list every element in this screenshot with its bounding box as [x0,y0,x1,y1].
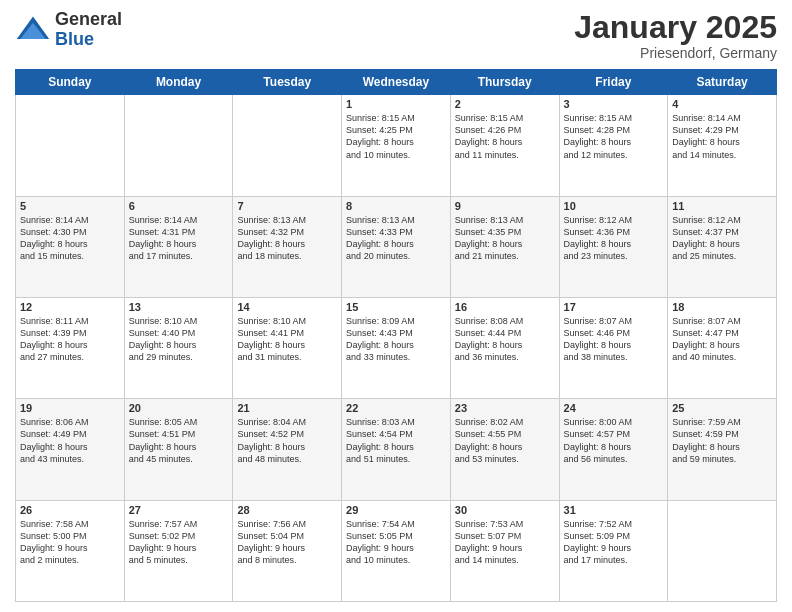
cell-content: Sunrise: 8:10 AM Sunset: 4:41 PM Dayligh… [237,315,337,364]
calendar-cell: 17Sunrise: 8:07 AM Sunset: 4:46 PM Dayli… [559,297,668,398]
day-number: 31 [564,504,664,516]
weekday-header-saturday: Saturday [668,70,777,95]
cell-content: Sunrise: 8:04 AM Sunset: 4:52 PM Dayligh… [237,416,337,465]
weekday-header-tuesday: Tuesday [233,70,342,95]
calendar-cell: 25Sunrise: 7:59 AM Sunset: 4:59 PM Dayli… [668,399,777,500]
logo-general: General [55,10,122,30]
cell-content: Sunrise: 7:58 AM Sunset: 5:00 PM Dayligh… [20,518,120,567]
day-number: 20 [129,402,229,414]
cell-content: Sunrise: 8:15 AM Sunset: 4:25 PM Dayligh… [346,112,446,161]
cell-content: Sunrise: 8:13 AM Sunset: 4:35 PM Dayligh… [455,214,555,263]
cell-content: Sunrise: 8:13 AM Sunset: 4:32 PM Dayligh… [237,214,337,263]
cell-content: Sunrise: 7:52 AM Sunset: 5:09 PM Dayligh… [564,518,664,567]
cell-content: Sunrise: 8:07 AM Sunset: 4:46 PM Dayligh… [564,315,664,364]
cell-content: Sunrise: 8:00 AM Sunset: 4:57 PM Dayligh… [564,416,664,465]
day-number: 4 [672,98,772,110]
cell-content: Sunrise: 8:07 AM Sunset: 4:47 PM Dayligh… [672,315,772,364]
calendar-table: SundayMondayTuesdayWednesdayThursdayFrid… [15,69,777,602]
calendar-cell: 21Sunrise: 8:04 AM Sunset: 4:52 PM Dayli… [233,399,342,500]
week-row-2: 5Sunrise: 8:14 AM Sunset: 4:30 PM Daylig… [16,196,777,297]
calendar-cell: 11Sunrise: 8:12 AM Sunset: 4:37 PM Dayli… [668,196,777,297]
page: General Blue January 2025 Priesendorf, G… [0,0,792,612]
cell-content: Sunrise: 7:53 AM Sunset: 5:07 PM Dayligh… [455,518,555,567]
day-number: 15 [346,301,446,313]
calendar-cell: 23Sunrise: 8:02 AM Sunset: 4:55 PM Dayli… [450,399,559,500]
calendar-cell: 30Sunrise: 7:53 AM Sunset: 5:07 PM Dayli… [450,500,559,601]
day-number: 13 [129,301,229,313]
calendar-cell: 9Sunrise: 8:13 AM Sunset: 4:35 PM Daylig… [450,196,559,297]
cell-content: Sunrise: 8:12 AM Sunset: 4:36 PM Dayligh… [564,214,664,263]
week-row-4: 19Sunrise: 8:06 AM Sunset: 4:49 PM Dayli… [16,399,777,500]
cell-content: Sunrise: 7:56 AM Sunset: 5:04 PM Dayligh… [237,518,337,567]
cell-content: Sunrise: 8:14 AM Sunset: 4:29 PM Dayligh… [672,112,772,161]
day-number: 1 [346,98,446,110]
calendar-cell: 7Sunrise: 8:13 AM Sunset: 4:32 PM Daylig… [233,196,342,297]
day-number: 26 [20,504,120,516]
title-block: January 2025 Priesendorf, Germany [574,10,777,61]
weekday-header-wednesday: Wednesday [342,70,451,95]
cell-content: Sunrise: 8:06 AM Sunset: 4:49 PM Dayligh… [20,416,120,465]
day-number: 8 [346,200,446,212]
day-number: 27 [129,504,229,516]
day-number: 9 [455,200,555,212]
day-number: 2 [455,98,555,110]
day-number: 7 [237,200,337,212]
day-number: 3 [564,98,664,110]
cell-content: Sunrise: 8:05 AM Sunset: 4:51 PM Dayligh… [129,416,229,465]
calendar-cell: 22Sunrise: 8:03 AM Sunset: 4:54 PM Dayli… [342,399,451,500]
calendar-cell: 4Sunrise: 8:14 AM Sunset: 4:29 PM Daylig… [668,95,777,196]
cell-content: Sunrise: 7:59 AM Sunset: 4:59 PM Dayligh… [672,416,772,465]
calendar-cell: 16Sunrise: 8:08 AM Sunset: 4:44 PM Dayli… [450,297,559,398]
calendar-cell: 3Sunrise: 8:15 AM Sunset: 4:28 PM Daylig… [559,95,668,196]
calendar-cell: 18Sunrise: 8:07 AM Sunset: 4:47 PM Dayli… [668,297,777,398]
day-number: 6 [129,200,229,212]
calendar-cell: 6Sunrise: 8:14 AM Sunset: 4:31 PM Daylig… [124,196,233,297]
day-number: 12 [20,301,120,313]
calendar-cell: 29Sunrise: 7:54 AM Sunset: 5:05 PM Dayli… [342,500,451,601]
calendar-cell: 19Sunrise: 8:06 AM Sunset: 4:49 PM Dayli… [16,399,125,500]
calendar-cell [124,95,233,196]
cell-content: Sunrise: 8:03 AM Sunset: 4:54 PM Dayligh… [346,416,446,465]
logo-icon [15,12,51,48]
cell-content: Sunrise: 8:15 AM Sunset: 4:28 PM Dayligh… [564,112,664,161]
logo-text: General Blue [55,10,122,50]
calendar-cell: 12Sunrise: 8:11 AM Sunset: 4:39 PM Dayli… [16,297,125,398]
day-number: 14 [237,301,337,313]
calendar-cell: 8Sunrise: 8:13 AM Sunset: 4:33 PM Daylig… [342,196,451,297]
cell-content: Sunrise: 8:08 AM Sunset: 4:44 PM Dayligh… [455,315,555,364]
week-row-5: 26Sunrise: 7:58 AM Sunset: 5:00 PM Dayli… [16,500,777,601]
calendar-cell: 10Sunrise: 8:12 AM Sunset: 4:36 PM Dayli… [559,196,668,297]
cell-content: Sunrise: 8:14 AM Sunset: 4:30 PM Dayligh… [20,214,120,263]
month-title: January 2025 [574,10,777,45]
day-number: 25 [672,402,772,414]
weekday-header-friday: Friday [559,70,668,95]
calendar-cell [233,95,342,196]
cell-content: Sunrise: 8:15 AM Sunset: 4:26 PM Dayligh… [455,112,555,161]
calendar-cell: 27Sunrise: 7:57 AM Sunset: 5:02 PM Dayli… [124,500,233,601]
calendar-cell: 20Sunrise: 8:05 AM Sunset: 4:51 PM Dayli… [124,399,233,500]
day-number: 19 [20,402,120,414]
day-number: 30 [455,504,555,516]
day-number: 16 [455,301,555,313]
day-number: 11 [672,200,772,212]
day-number: 23 [455,402,555,414]
day-number: 29 [346,504,446,516]
calendar-cell: 24Sunrise: 8:00 AM Sunset: 4:57 PM Dayli… [559,399,668,500]
cell-content: Sunrise: 8:10 AM Sunset: 4:40 PM Dayligh… [129,315,229,364]
cell-content: Sunrise: 7:54 AM Sunset: 5:05 PM Dayligh… [346,518,446,567]
calendar-cell: 14Sunrise: 8:10 AM Sunset: 4:41 PM Dayli… [233,297,342,398]
day-number: 24 [564,402,664,414]
logo-blue: Blue [55,30,122,50]
weekday-header-thursday: Thursday [450,70,559,95]
calendar-cell: 5Sunrise: 8:14 AM Sunset: 4:30 PM Daylig… [16,196,125,297]
cell-content: Sunrise: 8:14 AM Sunset: 4:31 PM Dayligh… [129,214,229,263]
day-number: 10 [564,200,664,212]
cell-content: Sunrise: 8:02 AM Sunset: 4:55 PM Dayligh… [455,416,555,465]
calendar-cell: 31Sunrise: 7:52 AM Sunset: 5:09 PM Dayli… [559,500,668,601]
header: General Blue January 2025 Priesendorf, G… [15,10,777,61]
day-number: 22 [346,402,446,414]
day-number: 18 [672,301,772,313]
day-number: 21 [237,402,337,414]
calendar-cell [668,500,777,601]
day-number: 17 [564,301,664,313]
